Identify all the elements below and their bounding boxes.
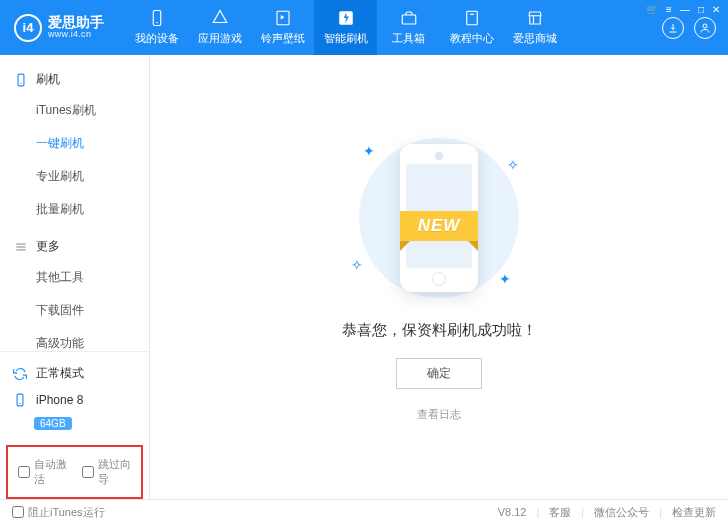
- sidebar-group-more[interactable]: 更多: [0, 232, 149, 261]
- options-row: 自动激活 跳过向导: [6, 445, 143, 499]
- footer: 阻止iTunes运行 V8.12 | 客服 | 微信公众号 | 检查更新: [0, 499, 728, 524]
- sidebar-item[interactable]: 高级功能: [0, 327, 149, 351]
- sidebar-item[interactable]: iTunes刷机: [0, 94, 149, 127]
- nav-label: 我的设备: [135, 31, 179, 46]
- nav-flash[interactable]: 智能刷机: [314, 0, 377, 55]
- svg-point-8: [703, 24, 707, 28]
- nav-label: 应用游戏: [198, 31, 242, 46]
- nav-store[interactable]: 爱思商城: [503, 0, 566, 55]
- top-nav: 我的设备应用游戏铃声壁纸智能刷机工具箱教程中心爱思商城: [125, 0, 650, 55]
- device-info[interactable]: iPhone 8: [10, 387, 139, 413]
- win-cart-icon[interactable]: 🛒: [646, 4, 658, 15]
- sidebar-item[interactable]: 专业刷机: [0, 160, 149, 193]
- user-button[interactable]: [694, 17, 716, 39]
- main-content: ✦ ✧ ✧ ✦ NEW 恭喜您，保资料刷机成功啦！ 确定 查看日志: [150, 55, 728, 499]
- sidebar-group-more-label: 更多: [36, 238, 60, 255]
- win-close-icon[interactable]: ✕: [712, 4, 720, 15]
- nav-music[interactable]: 铃声壁纸: [251, 0, 314, 55]
- menu-icon: [14, 240, 28, 254]
- music-icon: [274, 9, 292, 27]
- book-icon: [463, 9, 481, 27]
- window-controls: 🛒 ≡ — □ ✕: [646, 4, 720, 15]
- app-logo: i4 爱思助手 www.i4.cn: [0, 14, 125, 42]
- nav-label: 工具箱: [392, 31, 425, 46]
- brand-name: 爱思助手: [48, 15, 104, 30]
- sidebar-group-flash[interactable]: 刷机: [0, 65, 149, 94]
- header: i4 爱思助手 www.i4.cn 我的设备应用游戏铃声壁纸智能刷机工具箱教程中…: [0, 0, 728, 55]
- version-label: V8.12: [498, 506, 527, 518]
- nav-label: 智能刷机: [324, 31, 368, 46]
- storage-badge: 64GB: [34, 417, 72, 430]
- store-icon: [526, 9, 544, 27]
- update-link[interactable]: 检查更新: [672, 505, 716, 520]
- device-name: iPhone 8: [36, 393, 83, 407]
- support-link[interactable]: 客服: [549, 505, 571, 520]
- nav-label: 爱思商城: [513, 31, 557, 46]
- svg-rect-9: [18, 74, 24, 86]
- download-button[interactable]: [662, 17, 684, 39]
- sidebar: 刷机 iTunes刷机一键刷机专业刷机批量刷机 更多 其他工具下载固件高级功能 …: [0, 55, 150, 499]
- sidebar-item[interactable]: 其他工具: [0, 261, 149, 294]
- svg-rect-14: [17, 394, 23, 406]
- phone-icon: [148, 9, 166, 27]
- apps-icon: [211, 9, 229, 27]
- auto-activate-checkbox[interactable]: 自动激活: [18, 457, 68, 487]
- device-mode[interactable]: 正常模式: [10, 360, 139, 387]
- nav-book[interactable]: 教程中心: [440, 0, 503, 55]
- phone-icon: [14, 73, 28, 87]
- success-message: 恭喜您，保资料刷机成功啦！: [342, 321, 537, 340]
- new-ribbon: NEW: [400, 211, 479, 241]
- nav-apps[interactable]: 应用游戏: [188, 0, 251, 55]
- sidebar-item[interactable]: 批量刷机: [0, 193, 149, 226]
- block-itunes-checkbox[interactable]: 阻止iTunes运行: [12, 505, 105, 520]
- skip-wizard-checkbox[interactable]: 跳过向导: [82, 457, 132, 487]
- win-menu-icon[interactable]: ≡: [666, 4, 672, 15]
- svg-rect-4: [402, 15, 416, 24]
- nav-toolbox[interactable]: 工具箱: [377, 0, 440, 55]
- brand-url: www.i4.cn: [48, 30, 104, 40]
- sidebar-group-flash-label: 刷机: [36, 71, 60, 88]
- win-maximize-icon[interactable]: □: [698, 4, 704, 15]
- sidebar-item[interactable]: 一键刷机: [0, 127, 149, 160]
- refresh-icon: [12, 366, 28, 382]
- logo-mark-icon: i4: [14, 14, 42, 42]
- wechat-link[interactable]: 微信公众号: [594, 505, 649, 520]
- win-minimize-icon[interactable]: —: [680, 4, 690, 15]
- svg-rect-5: [466, 11, 477, 25]
- success-illustration: ✦ ✧ ✧ ✦ NEW: [339, 133, 539, 303]
- device-mode-label: 正常模式: [36, 365, 84, 382]
- sidebar-item[interactable]: 下载固件: [0, 294, 149, 327]
- device-phone-icon: [12, 392, 28, 408]
- ok-button[interactable]: 确定: [396, 358, 482, 389]
- nav-label: 教程中心: [450, 31, 494, 46]
- svg-rect-0: [153, 11, 161, 26]
- flash-icon: [337, 9, 355, 27]
- toolbox-icon: [400, 9, 418, 27]
- nav-phone[interactable]: 我的设备: [125, 0, 188, 55]
- nav-label: 铃声壁纸: [261, 31, 305, 46]
- view-log-link[interactable]: 查看日志: [417, 407, 461, 422]
